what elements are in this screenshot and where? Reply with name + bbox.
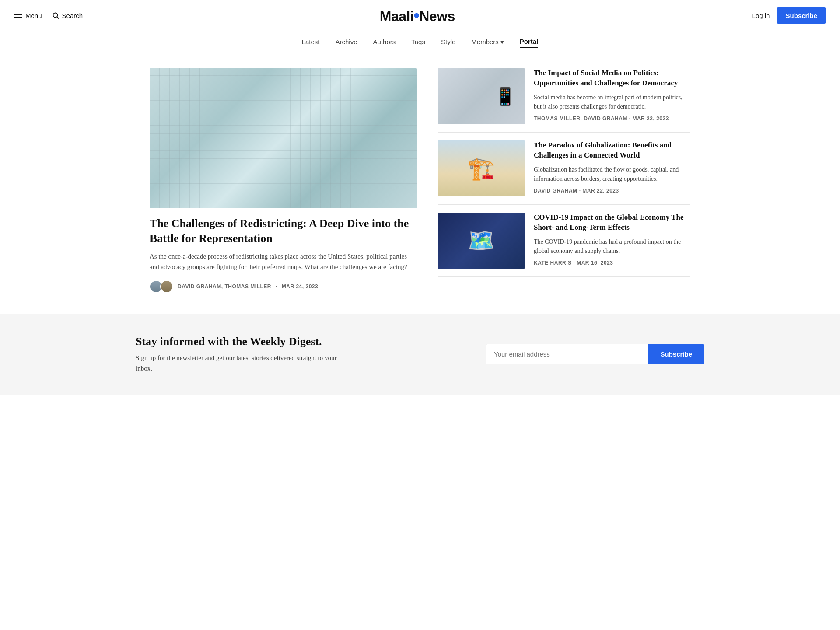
header: Menu Search Maali•News Log in Subscribe (0, 0, 840, 32)
side-article-1-content: The Impact of Social Media on Politics: … (534, 68, 690, 122)
newsletter-subtext: Sign up for the newsletter and get our l… (136, 353, 337, 374)
login-button[interactable]: Log in (752, 12, 770, 19)
newsletter-form: Subscribe (486, 344, 704, 364)
side-article-1-authors: THOMAS MILLER, DAVID GRAHAM (534, 116, 627, 122)
email-input[interactable] (486, 344, 648, 364)
nav-item-portal[interactable]: Portal (520, 38, 539, 48)
nav-item-tags[interactable]: Tags (411, 38, 425, 48)
side-article-1-title[interactable]: The Impact of Social Media on Politics: … (534, 68, 690, 88)
side-article-2-content: The Paradox of Globalization: Benefits a… (534, 140, 690, 194)
site-logo[interactable]: Maali•News (380, 6, 455, 25)
nav-item-members[interactable]: Members ▾ (471, 38, 504, 48)
meta-separator: · (276, 284, 277, 290)
side-articles-list: The Impact of Social Media on Politics: … (438, 68, 690, 293)
side-article-3-content: COVID-19 Impact on the Global Economy Th… (534, 213, 690, 266)
side-article-1-date: MAR 22, 2023 (632, 116, 668, 122)
side-article-2-date: MAR 22, 2023 (582, 188, 619, 194)
side-article-1-image[interactable] (438, 68, 525, 124)
featured-meta: DAVID GRAHAM, THOMAS MILLER · MAR 24, 20… (150, 280, 416, 293)
side-article-3-date: MAR 16, 2023 (577, 260, 613, 266)
featured-article: The Challenges of Redistricting: A Deep … (150, 68, 416, 293)
side-article-3-authors: KATE HARRIS (534, 260, 572, 266)
nav-item-archive[interactable]: Archive (336, 38, 357, 48)
side-article-3-meta: KATE HARRIS · MAR 16, 2023 (534, 260, 690, 266)
featured-image[interactable] (150, 68, 416, 208)
newsletter-heading: Stay informed with the Weekly Digest. (136, 335, 337, 348)
nav-item-style[interactable]: Style (441, 38, 455, 48)
header-right: Log in Subscribe (752, 7, 826, 24)
meta-sep-3: · (573, 260, 577, 266)
side-article-1-meta: THOMAS MILLER, DAVID GRAHAM · MAR 22, 20… (534, 116, 690, 122)
main-content: The Challenges of Redistricting: A Deep … (136, 54, 704, 293)
nav-item-latest[interactable]: Latest (302, 38, 320, 48)
featured-authors: DAVID GRAHAM, THOMAS MILLER (178, 284, 271, 290)
search-label: Search (62, 12, 83, 19)
featured-date: MAR 24, 2023 (282, 284, 318, 290)
logo-dot: • (413, 6, 419, 24)
side-article-3: COVID-19 Impact on the Global Economy Th… (438, 205, 690, 277)
side-article-3-image[interactable] (438, 213, 525, 269)
side-article-2-excerpt: Globalization has facilitated the flow o… (534, 165, 690, 183)
featured-title[interactable]: The Challenges of Redistricting: A Deep … (150, 216, 416, 246)
menu-button[interactable]: Menu (14, 12, 42, 19)
side-article-1-excerpt: Social media has become an integral part… (534, 93, 690, 111)
avatar-2 (160, 280, 173, 293)
map-illustration (150, 68, 416, 208)
featured-excerpt: As the once-a-decade process of redistri… (150, 251, 416, 272)
svg-point-0 (53, 13, 57, 17)
side-article-2-image[interactable] (438, 140, 525, 196)
search-icon (52, 12, 60, 19)
side-article-2-meta: DAVID GRAHAM · MAR 22, 2023 (534, 188, 690, 194)
subscribe-button[interactable]: Subscribe (777, 7, 826, 24)
side-article-3-title[interactable]: COVID-19 Impact on the Global Economy Th… (534, 213, 690, 233)
nav-item-authors[interactable]: Authors (373, 38, 396, 48)
side-article-2: The Paradox of Globalization: Benefits a… (438, 133, 690, 205)
newsletter-text: Stay informed with the Weekly Digest. Si… (136, 335, 337, 374)
svg-line-1 (57, 17, 59, 19)
newsletter-section: Stay informed with the Weekly Digest. Si… (0, 314, 840, 395)
side-article-1: The Impact of Social Media on Politics: … (438, 68, 690, 133)
author-avatars (150, 280, 173, 293)
header-left: Menu Search (14, 12, 83, 19)
newsletter-inner: Stay informed with the Weekly Digest. Si… (136, 335, 704, 374)
hamburger-icon (14, 14, 22, 18)
search-button[interactable]: Search (52, 12, 83, 19)
menu-label: Menu (25, 12, 42, 19)
newsletter-subscribe-button[interactable]: Subscribe (648, 344, 704, 364)
logo-part1: Maali (380, 8, 414, 24)
logo-part2: News (419, 8, 455, 24)
side-article-2-authors: DAVID GRAHAM (534, 188, 578, 194)
side-article-3-excerpt: The COVID-19 pandemic has had a profound… (534, 237, 690, 256)
main-nav: Latest Archive Authors Tags Style Member… (0, 32, 840, 54)
chevron-down-icon: ▾ (500, 38, 504, 46)
side-article-2-title[interactable]: The Paradox of Globalization: Benefits a… (534, 140, 690, 161)
